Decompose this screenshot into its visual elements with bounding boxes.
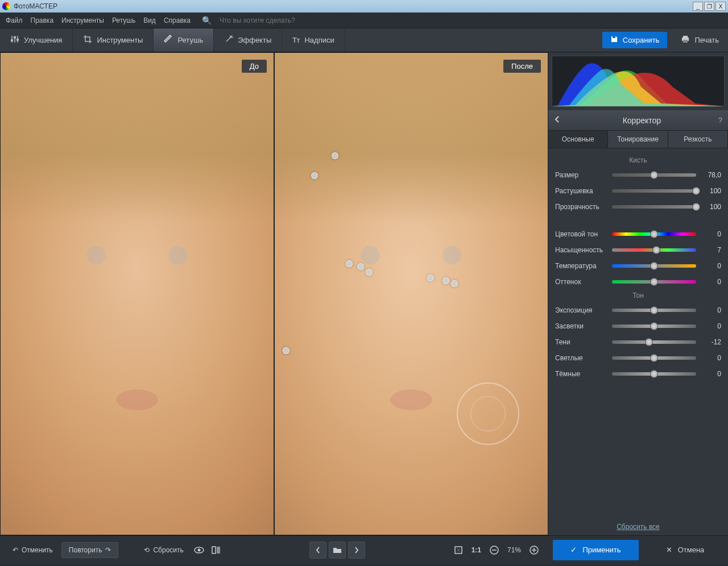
compare-toggle-button[interactable]	[208, 542, 225, 559]
cancel-label: Отмена	[678, 546, 705, 554]
slider-value: 78,0	[701, 171, 721, 179]
slider-thumb[interactable]	[650, 306, 658, 314]
close-button[interactable]: X	[715, 2, 726, 11]
panel-header: Корректор ?	[548, 110, 728, 131]
print-button[interactable]: Печать	[672, 28, 728, 52]
slider-track[interactable]	[612, 232, 696, 236]
reset-button[interactable]: ⟲ Сбросить	[137, 543, 190, 557]
menu-bar: Файл Правка Инструменты Ретушь Вид Справ…	[0, 13, 728, 28]
undo-button[interactable]: ↶ Отменить	[6, 543, 60, 557]
maximize-button[interactable]: ❐	[704, 2, 714, 11]
control-point[interactable]	[427, 274, 434, 281]
search-input[interactable]	[220, 16, 333, 24]
slider-track[interactable]	[612, 324, 696, 328]
tab-tools[interactable]: Инструменты	[73, 28, 154, 52]
menu-edit[interactable]: Правка	[31, 16, 54, 24]
print-label: Печать	[694, 36, 719, 44]
minimize-button[interactable]: _	[693, 2, 703, 11]
slider-thumb[interactable]	[645, 338, 653, 346]
subtab-toning[interactable]: Тонирование	[608, 131, 668, 148]
search-icon: 🔍	[202, 16, 212, 25]
svg-rect-9	[683, 40, 688, 43]
slider-label: Цветовой тон	[555, 230, 607, 238]
apply-button[interactable]: ✓ Применить	[553, 540, 639, 560]
sliders-icon	[10, 35, 19, 45]
svg-rect-13	[217, 547, 220, 553]
slider-thumb[interactable]	[650, 230, 658, 238]
svg-rect-12	[212, 547, 216, 553]
tab-enhance[interactable]: Улучшения	[0, 28, 73, 52]
slider-thumb[interactable]	[650, 354, 658, 362]
slider-track[interactable]	[612, 280, 696, 284]
slider-thumb[interactable]	[650, 278, 658, 286]
zoom-ratio-button[interactable]: 1:1	[467, 546, 486, 554]
menu-tools[interactable]: Инструменты	[61, 16, 104, 24]
tab-effects[interactable]: Эффекты	[214, 28, 282, 52]
app-logo-icon	[2, 2, 10, 10]
control-point[interactable]	[283, 347, 289, 354]
slider-track[interactable]	[612, 340, 696, 344]
slider-thumb[interactable]	[692, 187, 700, 195]
before-image: До	[1, 53, 274, 535]
next-image-button[interactable]	[348, 542, 365, 559]
histogram[interactable]	[552, 56, 725, 107]
menu-view[interactable]: Вид	[143, 16, 156, 24]
control-point[interactable]	[442, 277, 449, 284]
save-button[interactable]: Сохранить	[602, 32, 668, 48]
control-point[interactable]	[357, 263, 364, 270]
reset-all-link[interactable]: Сбросить все	[548, 518, 728, 535]
tab-label: Надписи	[304, 36, 334, 44]
zoom-out-button[interactable]	[486, 542, 503, 559]
slider-thumb[interactable]	[650, 370, 658, 378]
slider-value: 0	[701, 354, 721, 362]
preview-toggle-button[interactable]	[191, 542, 208, 559]
slider-value: 100	[701, 203, 721, 211]
slider-thumb[interactable]	[650, 171, 658, 179]
apply-label: Применить	[582, 546, 621, 554]
slider-thumb[interactable]	[652, 246, 660, 254]
subtab-basic[interactable]: Основные	[548, 131, 608, 148]
slider-track[interactable]	[612, 264, 696, 268]
control-point[interactable]	[311, 172, 318, 179]
control-point[interactable]	[332, 152, 338, 159]
slider-track[interactable]	[612, 372, 696, 376]
redo-button[interactable]: Повторить ↷	[61, 542, 119, 558]
after-image[interactable]: После	[275, 53, 548, 535]
slider-value: 100	[701, 187, 721, 195]
menu-help[interactable]: Справка	[164, 16, 191, 24]
control-point[interactable]	[451, 280, 458, 287]
slider-track[interactable]	[612, 309, 696, 312]
cancel-button[interactable]: ✕ Отмена	[642, 540, 728, 560]
tab-label: Эффекты	[238, 36, 271, 44]
help-button[interactable]: ?	[718, 116, 722, 124]
slider-thumb[interactable]	[692, 203, 700, 211]
slider-track[interactable]	[612, 205, 696, 209]
color-slider-row: Насыщенность7	[555, 244, 721, 256]
tab-label: Улучшения	[24, 36, 62, 44]
slider-value: 0	[701, 322, 721, 330]
slider-label: Оттенок	[555, 278, 607, 286]
menu-retouch[interactable]: Ретушь	[112, 16, 135, 24]
slider-track[interactable]	[612, 248, 696, 252]
open-folder-button[interactable]	[329, 542, 346, 559]
slider-label: Экспозиция	[555, 306, 607, 314]
tab-retouch[interactable]: Ретушь	[154, 28, 214, 52]
zoom-in-button[interactable]	[526, 542, 543, 559]
canvas-area[interactable]: До После	[0, 52, 548, 535]
sliders-panel: Кисть Размер78,0Растушевка100Прозрачност…	[548, 148, 728, 518]
fit-screen-button[interactable]	[450, 542, 467, 559]
slider-track[interactable]	[612, 189, 696, 193]
slider-thumb[interactable]	[650, 322, 658, 330]
tab-text[interactable]: Tт Надписи	[282, 28, 345, 52]
zoom-percentage[interactable]: 71%	[503, 546, 526, 554]
subtab-sharpness[interactable]: Резкость	[668, 131, 728, 148]
control-point[interactable]	[346, 260, 353, 267]
control-point[interactable]	[366, 269, 373, 276]
slider-thumb[interactable]	[650, 262, 658, 270]
menu-file[interactable]: Файл	[6, 16, 23, 24]
prev-image-button[interactable]	[309, 542, 326, 559]
back-button[interactable]	[554, 115, 565, 126]
slider-track[interactable]	[612, 356, 696, 360]
slider-track[interactable]	[612, 173, 696, 177]
brush-icon	[164, 35, 173, 45]
